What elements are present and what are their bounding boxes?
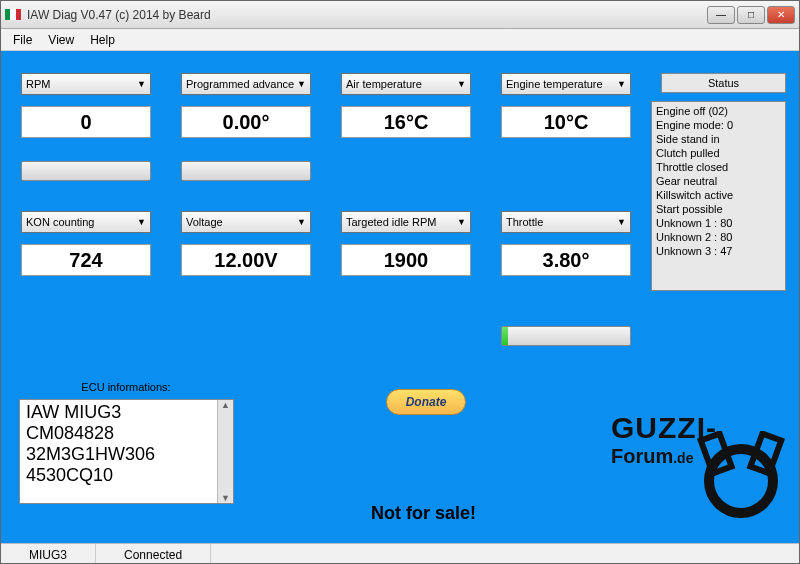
dd-throttle[interactable]: Throttle▼ <box>501 211 631 233</box>
status-line: Unknown 2 : 80 <box>656 230 781 244</box>
chevron-down-icon: ▼ <box>457 217 466 227</box>
val-kon: 724 <box>21 244 151 276</box>
val-idle: 1900 <box>341 244 471 276</box>
progress-2 <box>181 161 311 181</box>
scrollbar[interactable] <box>217 400 233 503</box>
logo-line2: Forum <box>611 445 673 467</box>
status-cell-ecu: MIUG3 <box>1 544 96 564</box>
status-line: Throttle closed <box>656 160 781 174</box>
statusbar: MIUG3 Connected <box>1 543 799 564</box>
not-for-sale-label: Not for sale! <box>371 503 476 524</box>
status-line: Engine off (02) <box>656 104 781 118</box>
progress-3-fill <box>502 327 508 345</box>
status-line: Clutch pulled <box>656 146 781 160</box>
chevron-down-icon: ▼ <box>617 79 626 89</box>
val-voltage: 12.00V <box>181 244 311 276</box>
dd-rpm-label: RPM <box>26 78 50 90</box>
dd-idle-label: Targeted idle RPM <box>346 216 437 228</box>
ecu-line: 4530CQ10 <box>26 465 227 486</box>
val-advance: 0.00° <box>181 106 311 138</box>
chevron-down-icon: ▼ <box>297 217 306 227</box>
status-line: Side stand in <box>656 132 781 146</box>
menu-view[interactable]: View <box>40 31 82 49</box>
engine-icon <box>691 431 791 531</box>
dd-rpm[interactable]: RPM▼ <box>21 73 151 95</box>
dd-advance[interactable]: Programmed advance▼ <box>181 73 311 95</box>
flag-icon <box>5 9 21 20</box>
dd-engine-temp[interactable]: Engine temperature▼ <box>501 73 631 95</box>
dd-advance-label: Programmed advance <box>186 78 294 90</box>
status-header: Status <box>661 73 786 93</box>
status-line: Engine mode: 0 <box>656 118 781 132</box>
menu-file[interactable]: File <box>5 31 40 49</box>
dd-air-label: Air temperature <box>346 78 422 90</box>
main-panel: RPM▼ Programmed advance▼ Air temperature… <box>1 51 799 543</box>
menubar: File View Help <box>1 29 799 51</box>
status-line: Unknown 1 : 80 <box>656 216 781 230</box>
status-box: Engine off (02) Engine mode: 0 Side stan… <box>651 101 786 291</box>
ecu-box[interactable]: IAW MIUG3 CM084828 32M3G1HW306 4530CQ10 <box>19 399 234 504</box>
ecu-header: ECU informations: <box>51 381 201 393</box>
donate-button[interactable]: Donate <box>386 389 466 415</box>
chevron-down-icon: ▼ <box>137 217 146 227</box>
status-line: Gear neutral <box>656 174 781 188</box>
dd-air-temp[interactable]: Air temperature▼ <box>341 73 471 95</box>
progress-1 <box>21 161 151 181</box>
guzzi-logo: GUZZI- Forum.de <box>611 411 791 468</box>
ecu-line: 32M3G1HW306 <box>26 444 227 465</box>
val-engine-temp: 10°C <box>501 106 631 138</box>
val-throttle: 3.80° <box>501 244 631 276</box>
dd-voltage[interactable]: Voltage▼ <box>181 211 311 233</box>
maximize-button[interactable]: □ <box>737 6 765 24</box>
ecu-line: IAW MIUG3 <box>26 402 227 423</box>
titlebar: IAW Diag V0.47 (c) 2014 by Beard — □ ✕ <box>1 1 799 29</box>
dd-idle[interactable]: Targeted idle RPM▼ <box>341 211 471 233</box>
chevron-down-icon: ▼ <box>137 79 146 89</box>
close-button[interactable]: ✕ <box>767 6 795 24</box>
status-line: Start possible <box>656 202 781 216</box>
val-air-temp: 16°C <box>341 106 471 138</box>
status-line: Killswitch active <box>656 188 781 202</box>
svg-point-0 <box>709 449 773 513</box>
window-title: IAW Diag V0.47 (c) 2014 by Beard <box>27 8 707 22</box>
chevron-down-icon: ▼ <box>457 79 466 89</box>
dd-voltage-label: Voltage <box>186 216 223 228</box>
dd-throttle-label: Throttle <box>506 216 543 228</box>
status-cell-conn: Connected <box>96 544 211 564</box>
menu-help[interactable]: Help <box>82 31 123 49</box>
status-line: Unknown 3 : 47 <box>656 244 781 258</box>
dd-kon[interactable]: KON counting▼ <box>21 211 151 233</box>
ecu-line: CM084828 <box>26 423 227 444</box>
val-rpm: 0 <box>21 106 151 138</box>
dd-kon-label: KON counting <box>26 216 94 228</box>
progress-3 <box>501 326 631 346</box>
chevron-down-icon: ▼ <box>617 217 626 227</box>
minimize-button[interactable]: — <box>707 6 735 24</box>
dd-engine-label: Engine temperature <box>506 78 603 90</box>
chevron-down-icon: ▼ <box>297 79 306 89</box>
